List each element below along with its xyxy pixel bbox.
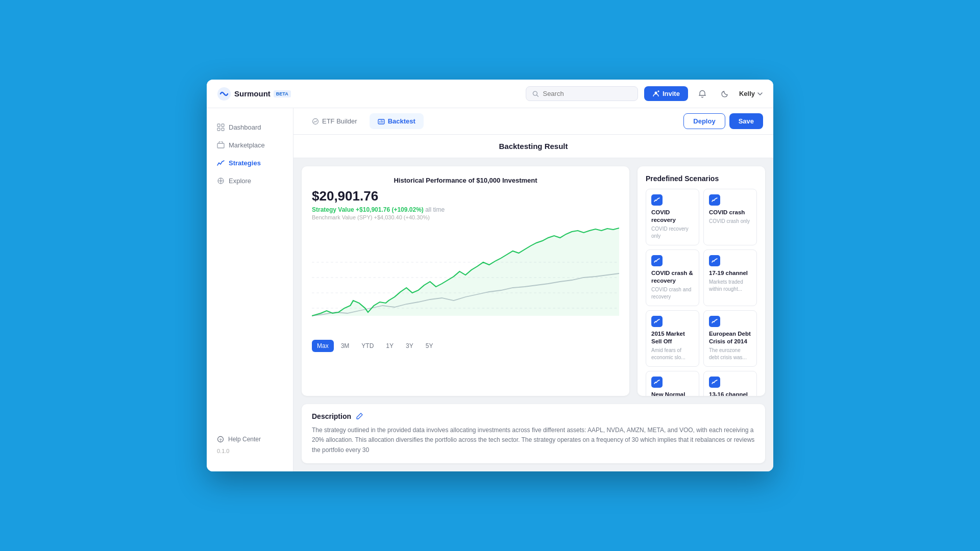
scenarios-panel: Predefined Scenarios COVID recovery COVI…: [638, 166, 765, 396]
scenario-card-2015-sell-off[interactable]: 2015 Market Sell Off Amid fears of econo…: [646, 310, 699, 367]
scenario-name-covid-recovery: COVID recovery: [651, 209, 694, 224]
explore-icon: [217, 177, 225, 185]
scenario-name-13-16-channel: 13-16 channel: [709, 391, 751, 396]
time-filter-1y[interactable]: 1Y: [381, 340, 399, 352]
header-actions: Deploy Save: [683, 113, 763, 129]
scenario-desc-covid-crash: COVID crash only: [709, 218, 751, 225]
scenario-icon-new-normal: [651, 377, 663, 388]
tab-backtest[interactable]: Backtest: [370, 113, 424, 129]
svg-rect-7: [222, 124, 224, 127]
scenario-card-13-16-channel[interactable]: 13-16 channel Markets traded within roug…: [703, 371, 757, 396]
scenario-card-new-normal[interactable]: New Normal Retail investors, more electr…: [646, 371, 699, 396]
backtest-tab-icon: [378, 118, 385, 125]
sidebar-bottom: ? Help Center 0.1.0: [207, 428, 293, 461]
scenario-name-european-debt: European Debt Crisis of 2014: [709, 330, 751, 345]
beta-badge: BETA: [274, 90, 291, 97]
chart-area: [312, 227, 619, 334]
scenario-icon-2015-sell-off: [651, 316, 663, 327]
moon-icon: [721, 90, 729, 98]
tab-backtest-label: Backtest: [388, 117, 415, 125]
sidebar-item-dashboard-label: Dashboard: [229, 123, 261, 131]
logo: Surmount BETA: [217, 87, 291, 101]
description-header: Description: [312, 412, 755, 420]
scenario-icon-european-debt: [709, 316, 720, 327]
time-filter-3m[interactable]: 3M: [336, 340, 355, 352]
main-layout: Dashboard Marketplace Strategies: [207, 108, 773, 471]
bell-icon: [698, 90, 706, 98]
notifications-button[interactable]: [694, 86, 710, 102]
chart-icon: [712, 379, 718, 385]
page-content: Backtesting Result Historical Performanc…: [293, 135, 773, 471]
sidebar-item-explore-label: Explore: [229, 177, 251, 185]
scenario-icon-17-19-channel: [709, 255, 720, 266]
strategy-value: Strategy Value +$10,901.76 (+109.02%) al…: [312, 206, 619, 213]
topnav: Surmount BETA Invite: [207, 80, 773, 108]
help-icon: ?: [217, 436, 224, 443]
svg-rect-10: [217, 143, 224, 148]
content-area: ETF Builder Backtest Deploy Save: [293, 108, 773, 471]
chart-icon: [654, 379, 660, 385]
time-filter-3y[interactable]: 3Y: [401, 340, 419, 352]
chevron-down-icon: [757, 91, 763, 97]
version-label: 0.1.0: [217, 446, 283, 456]
description-title: Description: [312, 412, 351, 420]
search-input[interactable]: [543, 90, 631, 97]
scenario-card-european-debt[interactable]: European Debt Crisis of 2014 The eurozon…: [703, 310, 757, 367]
description-text: The strategy outlined in the provided da…: [312, 425, 755, 455]
deploy-button[interactable]: Deploy: [683, 113, 725, 129]
chart-panel: Historical Performance of $10,000 Invest…: [302, 166, 629, 396]
scenario-icon-covid-recovery: [651, 194, 663, 206]
time-filter-ytd[interactable]: YTD: [356, 340, 379, 352]
two-col-layout: Historical Performance of $10,000 Invest…: [293, 158, 773, 404]
scenarios-grid: COVID recovery COVID recovery only COVID…: [646, 189, 757, 396]
marketplace-icon: [217, 141, 225, 149]
sidebar-item-explore[interactable]: Explore: [207, 172, 293, 190]
scenarios-title: Predefined Scenarios: [646, 174, 757, 183]
dashboard-icon: [217, 123, 225, 131]
search-box[interactable]: [526, 86, 638, 101]
scenario-icon-covid-crash-recovery: [651, 255, 663, 266]
tab-etf-builder-label: ETF Builder: [322, 117, 357, 125]
scenario-name-new-normal: New Normal: [651, 391, 694, 396]
strategies-icon: [217, 159, 225, 167]
time-filter-5y[interactable]: 5Y: [421, 340, 438, 352]
theme-toggle-button[interactable]: [717, 86, 733, 102]
content-header: ETF Builder Backtest Deploy Save: [293, 108, 773, 135]
performance-chart: [312, 227, 619, 334]
save-button[interactable]: Save: [729, 113, 763, 129]
svg-rect-9: [222, 128, 224, 131]
time-filters: Max 3M YTD 1Y 3Y 5Y: [312, 340, 619, 352]
user-menu-button[interactable]: Kelly: [739, 90, 763, 97]
sidebar-item-dashboard[interactable]: Dashboard: [207, 118, 293, 136]
logo-text: Surmount: [234, 89, 271, 98]
invite-button[interactable]: Invite: [644, 86, 688, 101]
benchmark-value: Benchmark Value (SPY) +$4,030.40 (+40.30…: [312, 214, 619, 220]
scenario-name-covid-crash: COVID crash: [709, 209, 751, 216]
scenario-desc-2015-sell-off: Amid fears of economic slo...: [651, 347, 694, 361]
scenario-name-2015-sell-off: 2015 Market Sell Off: [651, 330, 694, 345]
sidebar-item-marketplace-label: Marketplace: [229, 141, 265, 149]
app-window: Surmount BETA Invite: [207, 80, 773, 471]
chart-title: Historical Performance of $10,000 Invest…: [312, 177, 619, 184]
logo-icon: [217, 87, 231, 101]
svg-text:?: ?: [219, 437, 222, 442]
invite-label: Invite: [663, 90, 680, 97]
scenario-card-covid-crash[interactable]: COVID crash COVID crash only: [703, 189, 757, 245]
scenario-card-covid-recovery[interactable]: COVID recovery COVID recovery only: [646, 189, 699, 245]
tab-etf-builder[interactable]: ETF Builder: [304, 113, 365, 129]
scenario-card-covid-crash-recovery[interactable]: COVID crash & recovery COVID crash and r…: [646, 249, 699, 306]
scenario-card-17-19-channel[interactable]: 17-19 channel Markets traded within roug…: [703, 249, 757, 306]
scenario-name-17-19-channel: 17-19 channel: [709, 269, 751, 277]
help-center-item[interactable]: ? Help Center: [217, 433, 283, 446]
help-center-label: Help Center: [228, 436, 261, 443]
edit-icon[interactable]: [355, 412, 363, 420]
scenario-desc-covid-recovery: COVID recovery only: [651, 226, 694, 240]
chart-icon: [654, 258, 660, 264]
time-filter-max[interactable]: Max: [312, 340, 334, 352]
scenario-name-covid-crash-recovery: COVID crash & recovery: [651, 269, 694, 285]
scenario-desc-17-19-channel: Markets traded within rought...: [709, 279, 751, 293]
sidebar-item-strategies[interactable]: Strategies: [207, 154, 293, 172]
search-icon: [532, 90, 539, 97]
svg-line-2: [536, 95, 538, 96]
sidebar-item-marketplace[interactable]: Marketplace: [207, 136, 293, 154]
